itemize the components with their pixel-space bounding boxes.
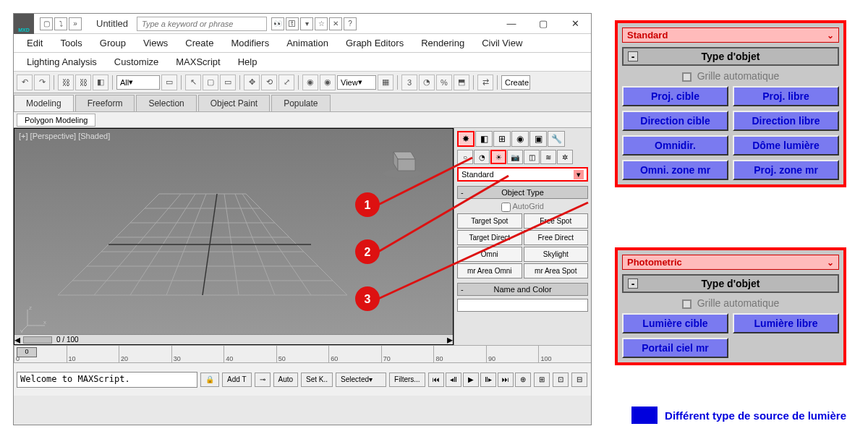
menu-tools[interactable]: Tools — [51, 38, 90, 48]
create-tab-icon[interactable]: ✸ — [457, 131, 475, 147]
pivot-icon[interactable]: ▦ — [378, 75, 393, 90]
menu-group[interactable]: Group — [91, 38, 135, 48]
autogrid-checkbox[interactable] — [682, 72, 692, 82]
snap2-icon[interactable]: ◉ — [320, 75, 336, 90]
dropdown-arrow-icon[interactable]: ⌄ — [827, 30, 834, 41]
menu-views[interactable]: Views — [135, 38, 176, 48]
prev-frame-icon[interactable]: ◂Ⅱ — [446, 373, 461, 387]
lights-icon[interactable]: ☀ — [490, 150, 506, 164]
systems-icon[interactable]: ✲ — [557, 150, 573, 164]
subtab-polygon-modeling[interactable]: Polygon Modeling — [17, 114, 95, 127]
modify-tab-icon[interactable]: ◧ — [475, 131, 493, 147]
binoculars-icon[interactable]: 👀 — [271, 17, 284, 30]
shapes-icon[interactable]: ◔ — [474, 150, 490, 164]
menu-maxscript[interactable]: MAXScript — [167, 56, 229, 67]
proj-cible-button[interactable]: Proj. cible — [622, 86, 728, 106]
time-config-icon[interactable]: ⊕ — [515, 373, 531, 387]
maxscript-listener[interactable]: Welcome to MAXScript. — [17, 372, 197, 388]
menu-rendering[interactable]: Rendering — [412, 38, 473, 48]
direction-libre-button[interactable]: Direction libre — [733, 111, 839, 131]
dropdown-arrow-icon[interactable]: ⌄ — [827, 258, 834, 268]
select-name-icon[interactable]: ▢ — [203, 75, 218, 90]
menu-civil-view[interactable]: Civil View — [473, 38, 531, 48]
cameras-icon[interactable]: 📷 — [507, 150, 523, 164]
lumiere-libre-button[interactable]: Lumière libre — [733, 313, 839, 333]
autogrid-checkbox[interactable] — [682, 299, 692, 309]
menu-animation[interactable]: Animation — [278, 38, 337, 48]
proj-libre-button[interactable]: Proj. libre — [733, 86, 839, 106]
move-icon[interactable]: ✥ — [244, 75, 260, 90]
new-file-icon[interactable]: ▢ — [40, 17, 53, 30]
user-icon[interactable]: ▾ — [300, 17, 313, 30]
mirror-icon[interactable]: ⇄ — [477, 75, 493, 90]
helpers-icon[interactable]: ◫ — [524, 150, 540, 164]
hierarchy-tab-icon[interactable]: ⊞ — [493, 131, 511, 147]
tab-freeform[interactable]: Freeform — [75, 95, 135, 111]
free-spot-button[interactable]: Free Spot — [524, 213, 589, 229]
tab-object-paint[interactable]: Object Paint — [198, 95, 270, 111]
omnidir-button[interactable]: Omnidir. — [622, 135, 728, 156]
rotate-icon[interactable]: ⟲ — [261, 75, 277, 90]
popout-standard-rollout[interactable]: - Type d'objet — [622, 47, 839, 66]
star-icon[interactable]: ☆ — [315, 17, 328, 30]
set-key-button[interactable]: Set K.. — [301, 373, 333, 387]
geometry-icon[interactable]: ○ — [457, 150, 473, 164]
menu-lighting-analysis[interactable]: Lighting Analysis — [18, 56, 106, 67]
object-name-input[interactable] — [457, 299, 588, 312]
skylight-button[interactable]: Skylight — [524, 247, 589, 262]
menu-customize[interactable]: Customize — [106, 56, 167, 67]
lumiere-cible-button[interactable]: Lumière cible — [622, 313, 728, 333]
maximize-button[interactable]: ▢ — [536, 18, 550, 29]
menu-edit[interactable]: Edit — [18, 38, 51, 48]
viewcube[interactable] — [380, 143, 424, 179]
viewport-label[interactable]: [+] [Perspective] [Shaded] — [19, 132, 110, 140]
collapse-icon[interactable]: - — [628, 278, 638, 289]
next-frame-icon[interactable]: Ⅱ▸ — [480, 373, 496, 387]
snap3-icon[interactable]: 3 — [401, 75, 417, 90]
key-icon[interactable]: ⊸ — [255, 373, 271, 387]
display-tab-icon[interactable]: ▣ — [529, 131, 547, 147]
help-icon[interactable]: ? — [344, 17, 357, 30]
nav-icon[interactable]: ⊟ — [571, 373, 587, 387]
percent-snap-icon[interactable]: % — [436, 75, 452, 90]
motion-tab-icon[interactable]: ◉ — [511, 131, 529, 147]
menu-modifiers[interactable]: Modifiers — [222, 38, 278, 48]
viewport-scrollbar[interactable]: ◂ 0 / 100 ▸ — [14, 334, 453, 344]
scroll-thumb[interactable] — [23, 336, 52, 344]
mr-area-spot-button[interactable]: mr Area Spot — [524, 263, 589, 278]
key-icon[interactable]: ⚿ — [286, 17, 299, 30]
select-icon[interactable]: ▭ — [161, 75, 177, 90]
key-filters-combo[interactable]: Selected ▾ — [336, 373, 386, 387]
undo-icon[interactable]: ↶ — [17, 75, 33, 90]
object-type-rollout[interactable]: - Object Type — [457, 186, 588, 199]
minimize-button[interactable]: — — [504, 18, 519, 29]
region-icon[interactable]: ▭ — [220, 75, 236, 90]
name-color-rollout[interactable]: - Name and Color — [457, 283, 588, 296]
menu-graph-editors[interactable]: Graph Editors — [337, 38, 412, 48]
dropdown-arrow-icon[interactable]: ▾ — [574, 170, 584, 179]
link-icon[interactable]: ⛓ — [58, 75, 74, 90]
popout-standard-header[interactable]: Standard ⌄ — [622, 27, 839, 43]
bind-icon[interactable]: ◧ — [93, 75, 109, 90]
tab-populate[interactable]: Populate — [271, 95, 330, 111]
omni-button[interactable]: Omni — [457, 247, 522, 262]
spinner-snap-icon[interactable]: ⬒ — [454, 75, 469, 90]
viewport[interactable]: [+] [Perspective] [Shaded] — [14, 128, 454, 345]
collapse-icon[interactable]: - — [628, 51, 638, 61]
unlink-icon[interactable]: ⛓ — [75, 75, 91, 90]
close-button[interactable]: ✕ — [568, 18, 582, 29]
dome-lumiere-button[interactable]: Dôme lumière — [733, 135, 839, 156]
search-box[interactable] — [137, 17, 267, 31]
selection-filter[interactable]: All ▾ — [116, 75, 160, 90]
omni-zone-mr-button[interactable]: Omni. zone mr — [622, 160, 728, 180]
nav-icon[interactable]: ⊞ — [534, 373, 550, 387]
menu-help[interactable]: Help — [229, 56, 266, 67]
key-filters-button[interactable]: Filters... — [389, 373, 425, 387]
popout-photometric-rollout[interactable]: - Type d'objet — [622, 274, 839, 293]
create-label[interactable]: Create — [501, 75, 530, 90]
snap-icon[interactable]: ◉ — [302, 75, 318, 90]
timeline[interactable]: 0 0 10 20 30 40 50 60 70 80 90 100 — [14, 345, 591, 362]
autogrid-checkbox[interactable] — [501, 203, 511, 212]
menu-create[interactable]: Create — [176, 38, 222, 48]
tab-modeling[interactable]: Modeling — [14, 95, 74, 111]
